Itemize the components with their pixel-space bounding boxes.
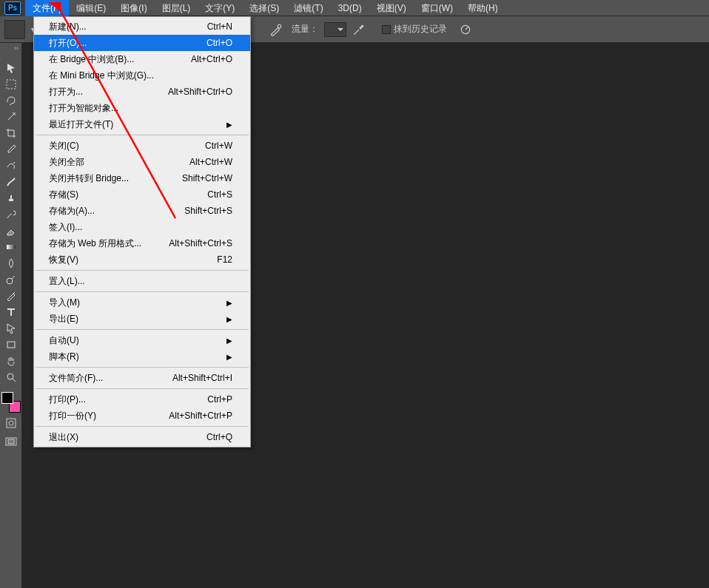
menu-bar: Ps 文件(F)编辑(E)图像(I)图层(L)文字(Y)选择(S)滤镜(T)3D…	[0, 0, 709, 16]
ps-badge: Ps	[4, 1, 21, 15]
tool-marquee[interactable]	[2, 76, 20, 92]
menu-2[interactable]: 图像(I)	[113, 0, 154, 16]
tool-zoom[interactable]	[2, 369, 20, 385]
menu-item-shortcut: Alt+Shift+Ctrl+I	[172, 373, 232, 383]
svg-point-5	[13, 162, 15, 163]
tool-type[interactable]	[2, 304, 20, 320]
color-swatches[interactable]	[1, 392, 21, 413]
tool-pen[interactable]	[2, 288, 20, 304]
menu-item[interactable]: 在 Mini Bridge 中浏览(G)...	[34, 67, 250, 84]
menu-item[interactable]: 退出(X)Ctrl+Q	[34, 429, 250, 445]
menu-item[interactable]: 关闭全部Alt+Ctrl+W	[34, 154, 250, 170]
quickmask-icon[interactable]	[2, 415, 20, 431]
menu-item[interactable]: 关闭并转到 Bridge...Shift+Ctrl+W	[34, 170, 250, 186]
tool-move[interactable]	[2, 60, 20, 76]
menu-item[interactable]: 最近打开文件(T)▶	[34, 116, 250, 132]
menu-4[interactable]: 文字(Y)	[198, 0, 242, 16]
menu-item-label: 导出(E)	[49, 313, 78, 325]
foreground-color-swatch[interactable]	[1, 392, 13, 404]
history-checkbox-wrap[interactable]: 抹到历史记录	[382, 23, 447, 36]
tool-rectangle[interactable]	[2, 337, 20, 353]
menu-5[interactable]: 选择(S)	[242, 0, 286, 16]
menu-item-label: 关闭(C)	[49, 140, 79, 152]
menu-9[interactable]: 窗口(W)	[414, 0, 460, 16]
screenmode-icon[interactable]	[2, 433, 20, 450]
flow-label: 流量：	[292, 23, 318, 36]
menu-item-shortcut: Ctrl+N	[207, 21, 232, 32]
menu-item[interactable]: 置入(L)...	[34, 273, 250, 289]
menu-item-label: 签入(I)...	[49, 221, 82, 234]
menu-item-label: 置入(L)...	[49, 275, 85, 288]
menu-separator	[36, 426, 249, 427]
menu-item-label: 关闭全部	[49, 156, 84, 169]
menu-item[interactable]: 打开为智能对象...	[34, 100, 250, 116]
menu-item[interactable]: 存储为 Web 所用格式...Alt+Shift+Ctrl+S	[34, 235, 250, 251]
menu-3[interactable]: 图层(L)	[155, 0, 198, 16]
menu-item[interactable]: 存储为(A)...Shift+Ctrl+S	[34, 203, 250, 219]
menu-6[interactable]: 滤镜(T)	[286, 0, 330, 16]
menu-item[interactable]: 存储(S)Ctrl+S	[34, 186, 250, 203]
tool-healing[interactable]	[2, 158, 20, 174]
menu-item-label: 文件简介(F)...	[49, 372, 103, 385]
menu-item-label: 在 Bridge 中浏览(B)...	[49, 53, 134, 66]
flow-dropdown[interactable]	[324, 22, 346, 37]
menu-item[interactable]: 导出(E)▶	[34, 311, 250, 327]
tool-lasso[interactable]	[2, 92, 20, 109]
menu-separator	[36, 270, 249, 271]
menu-item[interactable]: 打印(P)...Ctrl+P	[34, 391, 250, 408]
menu-7[interactable]: 3D(D)	[331, 0, 369, 16]
tool-crop[interactable]	[2, 125, 20, 141]
tool-path-select[interactable]	[2, 320, 20, 337]
menu-item[interactable]: 自动(U)▶	[34, 332, 250, 348]
menu-item-shortcut: F12	[217, 254, 232, 265]
svg-point-9	[7, 374, 13, 379]
tool-stamp[interactable]	[2, 190, 20, 206]
menu-item[interactable]: 打开(O)...Ctrl+O	[34, 35, 250, 51]
menu-item-shortcut: Alt+Shift+Ctrl+P	[169, 410, 232, 421]
menu-item[interactable]: 文件简介(F)...Alt+Shift+Ctrl+I	[34, 370, 250, 386]
tool-gradient[interactable]	[2, 239, 20, 255]
tool-blur[interactable]	[2, 255, 20, 271]
svg-rect-4	[7, 80, 16, 89]
menu-item-label: 最近打开文件(T)	[49, 118, 113, 131]
menu-1[interactable]: 编辑(E)	[69, 0, 113, 16]
menu-item[interactable]: 脚本(R)▶	[34, 348, 250, 365]
collapse-arrow-icon[interactable]: ››	[0, 44, 21, 52]
menu-item[interactable]: 打开为...Alt+Shift+Ctrl+O	[34, 84, 250, 100]
menu-item-shortcut: Alt+Ctrl+O	[191, 54, 232, 64]
menu-item[interactable]: 签入(I)...	[34, 219, 250, 235]
menu-10[interactable]: 帮助(H)	[460, 0, 505, 16]
current-tool-preview[interactable]	[4, 20, 25, 39]
svg-point-0	[278, 24, 281, 28]
svg-point-7	[7, 278, 13, 284]
svg-point-1	[360, 27, 361, 28]
airbrush-icon[interactable]	[269, 23, 283, 36]
menu-item-shortcut: Ctrl+S	[207, 189, 232, 200]
tool-magic-wand[interactable]	[2, 109, 20, 125]
tools-panel: ››	[0, 43, 22, 588]
tool-eyedropper[interactable]	[2, 141, 20, 158]
menu-item[interactable]: 关闭(C)Ctrl+W	[34, 138, 250, 154]
svg-rect-6	[7, 245, 16, 249]
menu-item-label: 关闭并转到 Bridge...	[49, 172, 129, 185]
menu-item[interactable]: 新建(N)...Ctrl+N	[34, 18, 250, 35]
spray-icon[interactable]	[352, 23, 366, 36]
menu-separator	[36, 329, 249, 330]
submenu-arrow-icon: ▶	[226, 337, 232, 345]
menu-item[interactable]: 在 Bridge 中浏览(B)...Alt+Ctrl+O	[34, 51, 250, 67]
menu-item-label: 新建(N)...	[49, 21, 87, 33]
menu-item[interactable]: 打印一份(Y)Alt+Shift+Ctrl+P	[34, 408, 250, 424]
menu-8[interactable]: 视图(V)	[369, 0, 414, 16]
tool-hand[interactable]	[2, 353, 20, 369]
menu-0[interactable]: 文件(F)	[25, 0, 69, 16]
tool-brush[interactable]	[2, 174, 20, 190]
tool-eraser[interactable]	[2, 223, 20, 239]
menu-item-label: 脚本(R)	[49, 351, 79, 363]
menu-separator	[36, 135, 249, 135]
menu-item[interactable]: 导入(M)▶	[34, 294, 250, 311]
pressure-icon[interactable]	[459, 23, 472, 36]
tool-dodge[interactable]	[2, 271, 20, 288]
tool-history-brush[interactable]	[2, 206, 20, 223]
menu-item[interactable]: 恢复(V)F12	[34, 251, 250, 268]
history-checkbox[interactable]	[382, 25, 391, 34]
